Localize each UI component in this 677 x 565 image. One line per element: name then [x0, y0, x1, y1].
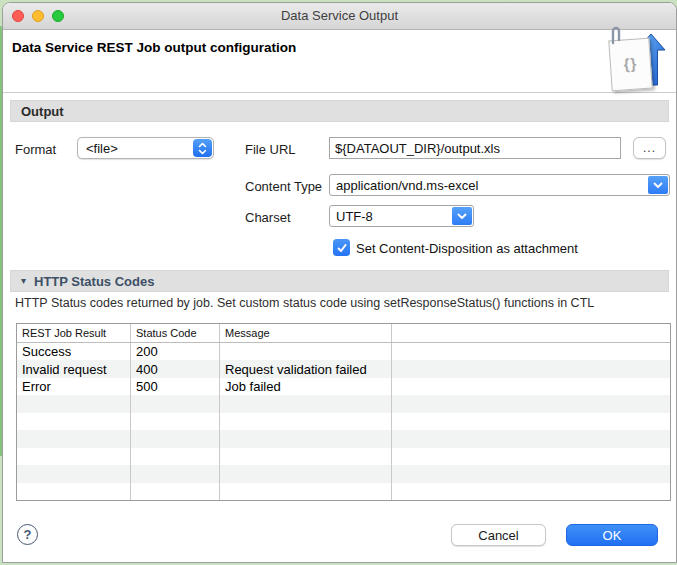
- status-table-header: REST Job ResultStatus CodeMessage: [17, 324, 670, 343]
- browse-button[interactable]: ...: [633, 137, 666, 159]
- status-codes-table: REST Job ResultStatus CodeMessage Succes…: [16, 323, 671, 501]
- table-cell[interactable]: Job failed: [220, 378, 392, 395]
- table-cell[interactable]: [220, 483, 392, 500]
- help-icon: ?: [24, 527, 32, 542]
- table-cell[interactable]: [220, 413, 392, 430]
- title-bar[interactable]: Data Service Output: [3, 3, 676, 30]
- paperclip-icon: [609, 26, 623, 46]
- checkmark-icon: [336, 242, 348, 254]
- help-button[interactable]: ?: [17, 524, 38, 545]
- table-cell[interactable]: [17, 413, 131, 430]
- table-cell[interactable]: [17, 465, 131, 482]
- content-type-combo[interactable]: application/vnd.ms-excel: [329, 174, 670, 196]
- content-type-label: Content Type: [245, 179, 322, 194]
- table-cell[interactable]: [220, 430, 392, 447]
- table-row[interactable]: [17, 465, 670, 482]
- braces-glyph: {}: [610, 54, 650, 74]
- dialog-header: Data Service REST Job output configurati…: [3, 30, 676, 93]
- table-row[interactable]: Error500Job failed: [17, 378, 670, 395]
- table-cell[interactable]: [131, 430, 220, 447]
- table-cell[interactable]: [392, 448, 670, 465]
- table-cell[interactable]: [131, 465, 220, 482]
- table-cell[interactable]: [392, 483, 670, 500]
- table-cell[interactable]: [220, 395, 392, 412]
- table-row[interactable]: [17, 395, 670, 412]
- browse-button-label: ...: [643, 141, 656, 155]
- cancel-button[interactable]: Cancel: [451, 524, 546, 546]
- format-label: Format: [15, 142, 56, 157]
- charset-label: Charset: [245, 210, 291, 225]
- table-cell[interactable]: [392, 395, 670, 412]
- table-cell[interactable]: Error: [17, 378, 131, 395]
- table-row[interactable]: [17, 413, 670, 430]
- file-url-label: File URL: [245, 142, 296, 157]
- table-row[interactable]: [17, 430, 670, 447]
- table-cell[interactable]: [131, 448, 220, 465]
- table-row[interactable]: Invalid request400Request validation fai…: [17, 360, 670, 377]
- page-title: Data Service REST Job output configurati…: [12, 40, 296, 55]
- file-url-input[interactable]: ${DATAOUT_DIR}/output.xls: [329, 137, 621, 159]
- cancel-button-label: Cancel: [478, 528, 518, 543]
- table-cell[interactable]: 400: [131, 360, 220, 377]
- table-cell[interactable]: [220, 343, 392, 360]
- column-header[interactable]: [392, 324, 670, 342]
- table-cell[interactable]: Success: [17, 343, 131, 360]
- table-cell[interactable]: [220, 448, 392, 465]
- table-cell[interactable]: [17, 395, 131, 412]
- table-cell[interactable]: [131, 483, 220, 500]
- table-row[interactable]: Success200: [17, 343, 670, 360]
- http-status-description: HTTP Status codes returned by job. Set c…: [15, 296, 594, 310]
- table-row[interactable]: [17, 483, 670, 500]
- ok-button-label: OK: [603, 528, 622, 543]
- window-title: Data Service Output: [3, 8, 676, 23]
- table-cell[interactable]: [17, 448, 131, 465]
- chevron-down-icon: [452, 207, 472, 225]
- content-disposition-label: Set Content-Disposition as attachment: [356, 241, 578, 256]
- column-header[interactable]: Status Code: [131, 324, 220, 342]
- table-cell[interactable]: [17, 483, 131, 500]
- table-cell[interactable]: Invalid request: [17, 360, 131, 377]
- content-disposition-checkbox[interactable]: [333, 239, 350, 256]
- status-table-body: Success200Invalid request400Request vali…: [17, 343, 670, 500]
- column-header[interactable]: REST Job Result: [17, 324, 131, 342]
- collapse-triangle-icon[interactable]: ▾: [11, 276, 26, 286]
- table-cell[interactable]: 200: [131, 343, 220, 360]
- table-row[interactable]: [17, 448, 670, 465]
- table-cell[interactable]: Request validation failed: [220, 360, 392, 377]
- data-service-icon: {}: [602, 32, 668, 91]
- table-cell[interactable]: [17, 430, 131, 447]
- http-status-section-header[interactable]: ▾ HTTP Status Codes: [10, 270, 669, 292]
- charset-combo[interactable]: UTF-8: [329, 205, 474, 227]
- chevron-down-icon: [648, 176, 668, 194]
- file-url-value: ${DATAOUT_DIR}/output.xls: [335, 141, 500, 156]
- table-cell[interactable]: [392, 343, 670, 360]
- format-select[interactable]: <file>: [77, 137, 214, 159]
- column-header[interactable]: Message: [220, 324, 392, 342]
- output-section-header: Output: [10, 100, 669, 122]
- table-cell[interactable]: [392, 378, 670, 395]
- table-cell[interactable]: [131, 395, 220, 412]
- stepper-arrows-icon: [193, 139, 212, 157]
- table-cell[interactable]: 500: [131, 378, 220, 395]
- table-cell[interactable]: [131, 413, 220, 430]
- data-service-output-dialog: Data Service Output Data Service REST Jo…: [2, 2, 677, 563]
- ok-button[interactable]: OK: [566, 524, 658, 546]
- table-cell[interactable]: [392, 465, 670, 482]
- table-cell[interactable]: [392, 360, 670, 377]
- table-cell[interactable]: [392, 430, 670, 447]
- table-cell[interactable]: [220, 465, 392, 482]
- output-section-title: Output: [11, 104, 64, 119]
- http-status-section-title: HTTP Status Codes: [26, 274, 154, 289]
- table-cell[interactable]: [392, 413, 670, 430]
- content-type-value: application/vnd.ms-excel: [330, 178, 669, 193]
